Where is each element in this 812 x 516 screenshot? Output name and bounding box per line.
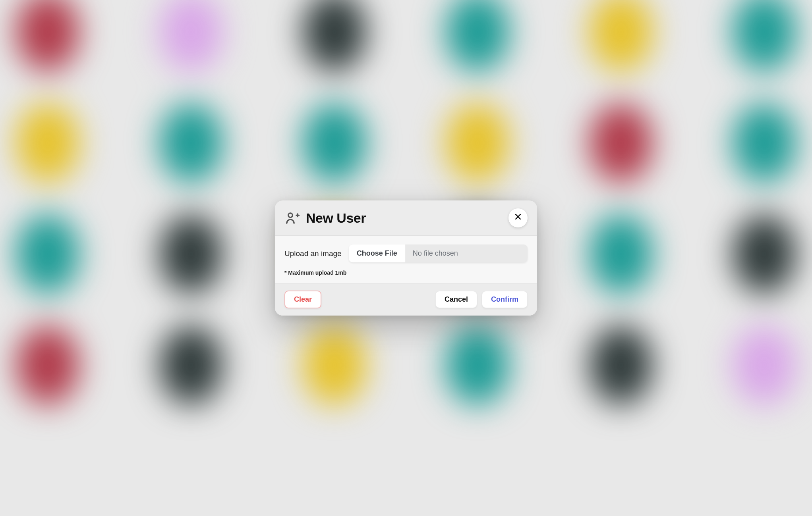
file-picker: Choose File No file chosen [349, 245, 528, 262]
cancel-button[interactable]: Cancel [435, 291, 477, 308]
modal-title: New User [306, 210, 508, 226]
confirm-button[interactable]: Confirm [482, 291, 528, 308]
upload-hint: * Maximum upload 1mb [284, 270, 528, 276]
user-plus-icon [284, 210, 300, 226]
close-button[interactable] [508, 208, 528, 227]
clear-button[interactable]: Clear [284, 291, 321, 308]
modal-footer: Clear Cancel Confirm [275, 283, 537, 316]
file-status-text: No file chosen [406, 245, 528, 262]
choose-file-button[interactable]: Choose File [349, 245, 406, 262]
modal-body: Upload an image Choose File No file chos… [275, 236, 537, 283]
upload-row: Upload an image Choose File No file chos… [284, 245, 528, 262]
upload-label: Upload an image [284, 249, 342, 258]
svg-point-0 [288, 213, 293, 218]
close-icon [514, 213, 522, 223]
new-user-modal: New User Upload an image Choose File No … [275, 200, 537, 316]
modal-header: New User [275, 200, 537, 236]
